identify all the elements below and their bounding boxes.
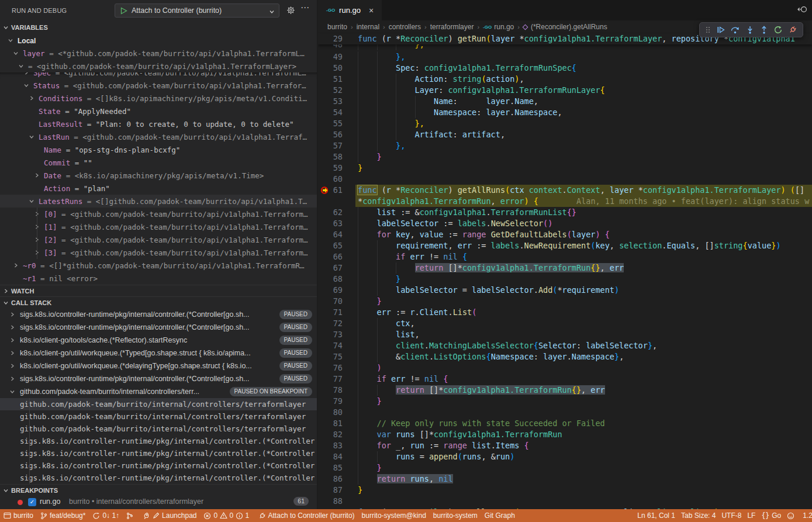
variable-row[interactable]: Spec = <github.com/padok-team/burrito/ap… [0, 72, 317, 79]
chevron-right-icon[interactable] [9, 337, 15, 343]
status-k8s-context[interactable]: burrito-system@kind [358, 509, 430, 522]
variable-row[interactable]: Action = "plan" [0, 182, 317, 195]
stack-subframe[interactable]: sigs.k8s.io/controller-runtime/pkg/inter… [0, 459, 317, 472]
code-line[interactable]: 66 if err != nil { [318, 251, 812, 262]
code-line[interactable]: 54 Namespace: layer.Namespace, [318, 107, 812, 118]
code-line[interactable]: 53 Name: layer.Name, [318, 96, 812, 107]
status-go-status[interactable] [784, 509, 800, 522]
code-line[interactable]: 68 } [318, 274, 812, 285]
code-area[interactable]: 48 },49 },50 Spec: configv1alpha1.Terraf… [318, 44, 812, 509]
code-line[interactable]: 59} [318, 163, 812, 174]
breakpoint-checkbox[interactable]: ✓ [28, 498, 36, 506]
stack-frame[interactable]: k8s.io/client-go/tools/cache.(*Reflector… [0, 334, 317, 347]
code-line[interactable]: 69 labelSelector = labelSelector.Add(*re… [318, 285, 812, 296]
step-over-icon[interactable] [731, 26, 740, 34]
status-encoding[interactable]: UTF-8 [718, 509, 744, 522]
status-debug-session[interactable]: Attach to Controller (burrito) [255, 509, 358, 522]
chevron-right-icon[interactable] [13, 262, 19, 268]
code-line[interactable]: 84 runs = append(runs, &run) [318, 451, 812, 462]
chevron-right-icon[interactable] [29, 95, 34, 101]
chevron-down-icon[interactable] [18, 63, 24, 69]
code-line[interactable]: 56 Artifact: artifact, [318, 129, 812, 140]
code-line[interactable]: 75 &client.ListOptions{Namespace: layer.… [318, 351, 812, 362]
chevron-down-icon[interactable] [29, 198, 34, 204]
code-line[interactable]: 63 labelSelector := labels.NewSelector() [318, 218, 812, 229]
code-line[interactable]: *configv1alpha1.TerraformRun, error) {Al… [318, 196, 812, 207]
stack-frame[interactable]: sigs.k8s.io/controller-runtime/pkg/inter… [0, 372, 317, 385]
breadcrumb-item[interactable]: terraformlayer [430, 23, 474, 31]
more-actions-icon[interactable]: ⋯ [300, 2, 310, 13]
chevron-down-icon[interactable] [9, 389, 15, 395]
stack-subframe[interactable]: github.com/padok-team/burrito/internal/c… [0, 423, 317, 435]
tab-run-go[interactable]: -GO run.go × [318, 0, 382, 20]
code-line[interactable]: 76 ) [318, 362, 812, 374]
stack-frame[interactable]: k8s.io/client-go/util/workqueue.(*delayi… [0, 359, 317, 372]
chevron-right-icon[interactable] [9, 350, 15, 356]
status-language-mode[interactable]: {}Go [758, 509, 784, 522]
restart-icon[interactable] [774, 26, 782, 34]
code-line[interactable]: 86 return runs, nil [318, 473, 812, 485]
code-line[interactable]: 80 [318, 407, 812, 418]
stack-subframe[interactable]: sigs.k8s.io/controller-runtime/pkg/inter… [0, 472, 317, 484]
code-line[interactable]: 73 list, [318, 329, 812, 340]
code-line[interactable]: 72 ctx, [318, 318, 812, 329]
status-commit-graph[interactable] [123, 509, 139, 522]
code-line[interactable]: 88 [318, 496, 812, 507]
status-git-graph[interactable]: Git Graph [481, 509, 519, 522]
code-line[interactable]: 61func (r *Reconciler) getAllRuns(ctx co… [318, 185, 812, 196]
close-icon[interactable]: × [369, 6, 374, 15]
breakpoints-section-header[interactable]: BREAKPOINTS [0, 484, 317, 496]
status-cursor-position[interactable]: Ln 61, Col 1 [634, 509, 678, 522]
status-launchpad[interactable]: Launchpad [139, 509, 200, 522]
code-line[interactable]: 79 } [318, 396, 812, 407]
stack-subframe[interactable]: sigs.k8s.io/controller-runtime/pkg/inter… [0, 435, 317, 447]
code-line[interactable]: 51 Action: string(action), [318, 74, 812, 85]
variable-row[interactable]: Status = <github.com/padok-team/burrito/… [0, 79, 317, 92]
watch-section-header[interactable]: WATCH [0, 285, 317, 296]
callstack-section-header[interactable]: CALL STACK [0, 296, 317, 308]
code-line[interactable]: 65 requirement, err := labels.NewRequire… [318, 240, 812, 251]
chevron-right-icon[interactable] [9, 376, 15, 382]
status-git-branch[interactable]: feat/debug* [37, 509, 89, 522]
code-line[interactable]: 87} [318, 485, 812, 496]
code-line[interactable]: 67 return []*configv1alpha1.TerraformRun… [318, 262, 812, 274]
status-git-sync[interactable]: 0↓ 1↑ [89, 509, 123, 522]
breadcrumb-item[interactable]: internal [357, 23, 379, 31]
variable-row[interactable]: [2] = <github.com/padok-team/burrito/api… [0, 233, 317, 246]
variable-row[interactable]: State = "ApplyNeeded" [0, 105, 317, 117]
variable-row[interactable]: [1] = <github.com/padok-team/burrito/api… [0, 220, 317, 233]
code-line[interactable]: 70 } [318, 296, 812, 307]
start-debug-icon[interactable] [120, 7, 127, 15]
step-out-icon[interactable] [760, 26, 768, 34]
status-k8s-namespace[interactable]: burrito-system [430, 509, 481, 522]
editor-layout-icon[interactable] [797, 5, 807, 16]
chevron-right-icon[interactable] [23, 72, 29, 75]
status-go-version[interactable]: 1.23. [800, 509, 812, 522]
stack-frame[interactable]: sigs.k8s.io/controller-runtime/pkg/inter… [0, 321, 317, 334]
code-line[interactable]: 82 var runs []*configv1alpha1.TerraformR… [318, 429, 812, 440]
variable-row[interactable]: LatestRuns = <[]github.com/padok-team/bu… [0, 195, 317, 208]
code-line[interactable]: 48 }, [318, 44, 812, 50]
step-into-icon[interactable] [746, 26, 754, 34]
variable-row[interactable]: [0] = <github.com/padok-team/burrito/api… [0, 208, 317, 220]
code-line[interactable]: 64 for key, value := range GetDefaultLab… [318, 229, 812, 240]
stack-subframe[interactable]: sigs.k8s.io/controller-runtime/pkg/inter… [0, 447, 317, 459]
stack-frame[interactable]: github.com/padok-team/burrito/internal/c… [0, 385, 317, 398]
breakpoint-item[interactable]: ✓ run.go burrito • internal/controllers/… [0, 496, 317, 509]
code-line[interactable]: 83 for _, run := range list.Items { [318, 440, 812, 451]
code-line[interactable]: 55 }, [318, 118, 812, 129]
disconnect-icon[interactable] [789, 26, 797, 34]
code-line[interactable]: 57 }, [318, 140, 812, 151]
code-line[interactable]: 52 Layer: configv1alpha1.TerraformRunLay… [318, 85, 812, 96]
stack-frame[interactable]: sigs.k8s.io/controller-runtime/pkg/inter… [0, 308, 317, 321]
code-line[interactable]: 49 }, [318, 51, 812, 63]
stack-subframe[interactable]: github.com/padok-team/burrito/internal/c… [0, 398, 317, 410]
status-remote-window[interactable]: burrito [0, 509, 37, 522]
code-line[interactable]: 74 client.MatchingLabelsSelector{Selecto… [318, 340, 812, 351]
breadcrumb-item[interactable]: controllers [389, 23, 421, 31]
stack-subframe[interactable]: github.com/padok-team/burrito/internal/c… [0, 410, 317, 423]
code-line[interactable]: 60 [318, 174, 812, 185]
chevron-right-icon[interactable] [34, 172, 40, 178]
status-eol[interactable]: LF [744, 509, 758, 522]
variable-row[interactable]: Commit = "" [0, 156, 317, 169]
